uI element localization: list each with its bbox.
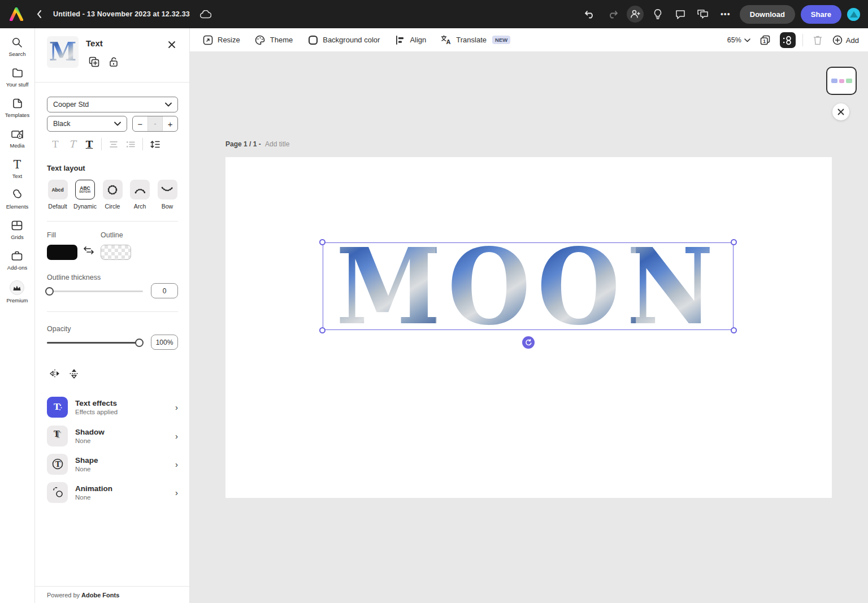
layout-option-circle[interactable]: Circle [102,180,123,210]
chevron-down-icon [744,38,750,42]
dismiss-suggestion-icon[interactable] [832,103,849,120]
list-icon[interactable] [122,141,139,148]
opacity-label: Opacity [47,325,71,333]
flip-vertical-icon[interactable] [68,367,80,380]
pages-icon[interactable]: 1 [757,32,773,48]
text-effects-row[interactable]: T Text effects Effects applied › [47,394,178,419]
divider [47,221,178,222]
redo-icon[interactable] [604,6,621,23]
align-button[interactable]: Align [394,34,426,45]
user-avatar[interactable] [847,8,860,21]
translate-button[interactable]: A Translate NEW [441,34,510,45]
sidebar-item-premium[interactable]: Premium [6,280,28,303]
add-page-button[interactable]: Add [832,35,859,45]
adobe-fonts-link[interactable]: Adobe Fonts [81,592,119,598]
top-bar: Untitled - 13 November 2023 at 12.32.33 [0,0,868,28]
svg-text:A: A [446,38,451,45]
bold-button[interactable]: T [47,138,64,150]
suggestion-thumbnail-card[interactable] [826,67,857,95]
sidebar-item-add-ons[interactable]: Add-ons [7,250,27,271]
duplicate-icon[interactable] [88,55,100,68]
layout-option-bow[interactable]: Bow [157,180,178,210]
opacity-value[interactable]: 100% [151,335,178,350]
add-title-link[interactable]: Add title [265,140,289,148]
resize-handle-top-left[interactable] [319,239,326,245]
flip-horizontal-icon[interactable] [49,367,61,380]
selected-object-thumbnail: M [47,36,79,68]
fill-color-swatch[interactable] [47,245,77,260]
document-title[interactable]: Untitled - 13 November 2023 at 12.32.33 [53,10,190,18]
close-panel-icon[interactable] [166,38,178,51]
underline-button[interactable]: T [81,138,98,150]
line-spacing-icon[interactable] [146,140,163,149]
resize-handle-bottom-right[interactable] [731,327,737,333]
divider [35,82,189,83]
sidebar-item-grids[interactable]: Grids [11,219,24,240]
sidebar-item-elements[interactable]: Elements [6,189,29,210]
sidebar-item-search[interactable]: Search [8,36,25,57]
layout-option-dynamic[interactable]: ABC DEFGHI Dynamic [75,180,96,210]
layout-option-default[interactable]: Abcd Default [47,180,68,210]
zoom-level-value: 65% [727,36,741,44]
svg-text:T: T [55,461,60,468]
suggestions-lightbulb-icon[interactable] [649,6,666,23]
search-icon [11,36,23,49]
adobe-express-logo-icon[interactable] [8,6,25,23]
rotate-handle-icon[interactable] [522,336,535,349]
left-navigation-rail: Search Your stuff Templates Media T Text… [0,28,35,603]
shadow-row[interactable]: TT Shadow None › [47,423,178,448]
sidebar-item-text[interactable]: T Text [11,158,24,179]
back-button[interactable] [33,8,45,20]
resize-button[interactable]: Resize [202,34,240,45]
animation-row[interactable]: Animation None › [47,480,178,505]
layers-panel-toggle-icon[interactable] [780,32,796,48]
text-align-icon[interactable] [105,141,122,148]
unlock-icon[interactable] [107,55,120,68]
comment-icon[interactable] [672,6,689,23]
theme-button[interactable]: Theme [255,34,293,45]
swap-fill-outline-icon[interactable] [84,246,94,254]
grids-icon [11,219,23,232]
zoom-level-control[interactable]: 65% [727,36,750,44]
invite-people-icon[interactable] [627,6,644,23]
svg-text:T: T [54,430,60,439]
folder-icon [11,67,24,79]
chevron-right-icon: › [175,431,178,441]
shadow-icon: TT [47,426,68,446]
text-selection-box[interactable]: MOON [323,242,734,330]
sidebar-item-media[interactable]: Media [10,128,25,149]
share-button[interactable]: Share [801,5,841,24]
elements-icon [11,189,23,201]
download-button[interactable]: Download [740,5,795,24]
font-size-decrease-button[interactable]: − [133,116,147,131]
outline-thickness-slider[interactable] [47,290,143,292]
conversations-icon[interactable] [695,6,711,23]
canvas-text-moon[interactable]: MOON [336,240,720,333]
more-options-icon[interactable]: ••• [717,6,734,23]
plus-circle-icon [832,35,843,45]
resize-handle-bottom-left[interactable] [319,327,326,333]
undo-icon[interactable] [581,6,598,23]
background-color-button[interactable]: Background color [307,34,380,45]
font-size-value[interactable]: - [147,116,163,131]
delete-page-icon[interactable] [810,32,826,48]
theme-palette-icon [255,34,266,45]
outline-thickness-value[interactable]: 0 [151,283,178,298]
font-size-increase-button[interactable]: + [163,116,177,131]
text-properties-panel: M Text Cooper Std Black − - + T T T [35,28,190,603]
sidebar-item-templates[interactable]: Templates [5,97,29,118]
opacity-slider-knob[interactable] [135,339,144,347]
outline-thickness-slider-knob[interactable] [45,287,54,296]
resize-handle-top-right[interactable] [731,239,737,245]
outline-color-swatch[interactable] [101,245,131,260]
italic-button[interactable]: T [64,138,81,150]
font-family-select[interactable]: Cooper Std [47,97,178,112]
chevron-right-icon: › [175,459,178,469]
shape-row[interactable]: T Shape None › [47,452,178,476]
sidebar-item-your-stuff[interactable]: Your stuff [6,67,29,88]
layout-option-arch[interactable]: Arch [129,180,151,210]
font-weight-select[interactable]: Black [47,116,127,132]
panel-footer: Powered by Adobe Fonts [35,586,189,603]
animation-icon [47,482,68,503]
translate-icon: A [441,34,452,45]
